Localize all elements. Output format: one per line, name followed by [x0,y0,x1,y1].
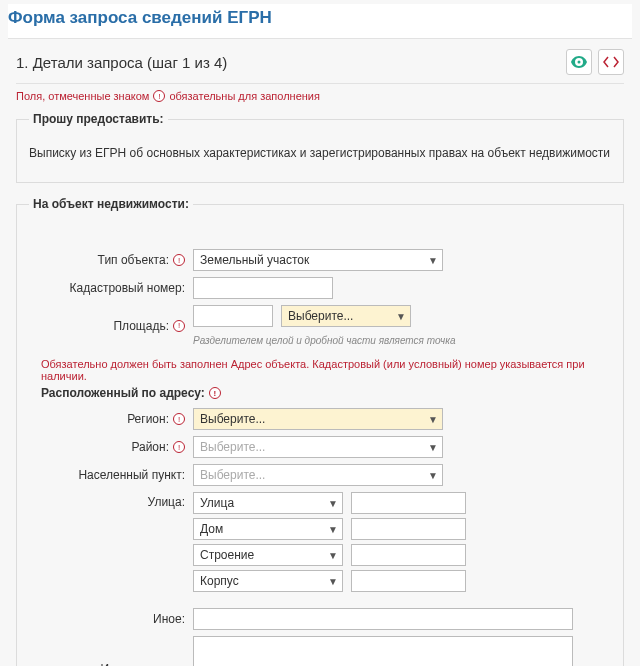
district-select[interactable]: Выберите... ▼ [193,436,443,458]
area-input[interactable] [193,305,273,327]
section-object: На объект недвижимости: Тип объекта: ! З… [16,197,624,666]
section-object-legend: На объект недвижимости: [29,197,193,211]
chevron-down-icon: ▼ [428,414,438,425]
required-mark-icon: ! [209,387,221,399]
chevron-down-icon: ▼ [428,470,438,481]
other-desc-label: Иное описание местоположения: [29,636,193,666]
required-mark-icon: ! [173,413,185,425]
block-type-select[interactable]: Корпус ▼ [193,570,343,592]
step-title: 1. Детали запроса (шаг 1 из 4) [16,54,227,71]
cadastral-label: Кадастровый номер: [29,281,193,295]
other-label: Иное: [29,612,193,626]
required-mark-icon: ! [153,90,165,102]
area-hint: Разделителем целой и дробной части являе… [193,335,456,346]
chevron-down-icon: ▼ [396,311,406,322]
street-type-select[interactable]: Улица ▼ [193,492,343,514]
required-mark-icon: ! [173,441,185,453]
area-unit-select[interactable]: Выберите... ▼ [281,305,411,327]
type-label: Тип объекта: ! [29,253,193,267]
form-card: 1. Детали запроса (шаг 1 из 4) Поля, отм… [8,39,632,666]
chevron-down-icon: ▼ [328,498,338,509]
section-provide: Прошу предоставить: Выписку из ЕГРН об о… [16,112,624,183]
chevron-down-icon: ▼ [328,550,338,561]
required-mark-icon: ! [173,320,185,332]
code-icon[interactable] [598,49,624,75]
required-note: Поля, отмеченные знаком ! обязательны дл… [16,84,624,112]
required-mark-icon: ! [173,254,185,266]
street-label: Улица: [29,492,193,509]
address-warning: Обязательно должен быть заполнен Адрес о… [29,352,611,386]
settlement-select[interactable]: Выберите... ▼ [193,464,443,486]
chevron-down-icon: ▼ [428,442,438,453]
type-select[interactable]: Земельный участок ▼ [193,249,443,271]
district-label: Район: ! [29,440,193,454]
house-value-input[interactable] [351,518,466,540]
address-subtitle: Расположенный по адресу: ! [29,386,611,400]
area-label: Площадь: ! [29,319,193,333]
other-desc-textarea[interactable] [193,636,573,666]
house-type-select[interactable]: Дом ▼ [193,518,343,540]
region-label: Регион: ! [29,412,193,426]
street-value-input[interactable] [351,492,466,514]
chevron-down-icon: ▼ [328,576,338,587]
block-value-input[interactable] [351,570,466,592]
section-provide-legend: Прошу предоставить: [29,112,168,126]
eye-icon[interactable] [566,49,592,75]
chevron-down-icon: ▼ [428,255,438,266]
building-value-input[interactable] [351,544,466,566]
building-type-select[interactable]: Строение ▼ [193,544,343,566]
chevron-down-icon: ▼ [328,524,338,535]
cadastral-input[interactable] [193,277,333,299]
other-input[interactable] [193,608,573,630]
region-select[interactable]: Выберите... ▼ [193,408,443,430]
step-icons [566,49,624,75]
provide-text: Выписку из ЕГРН об основных характеристи… [29,140,611,166]
settlement-label: Населенный пункт: [29,468,193,482]
page-title: Форма запроса сведений ЕГРН [8,4,632,39]
